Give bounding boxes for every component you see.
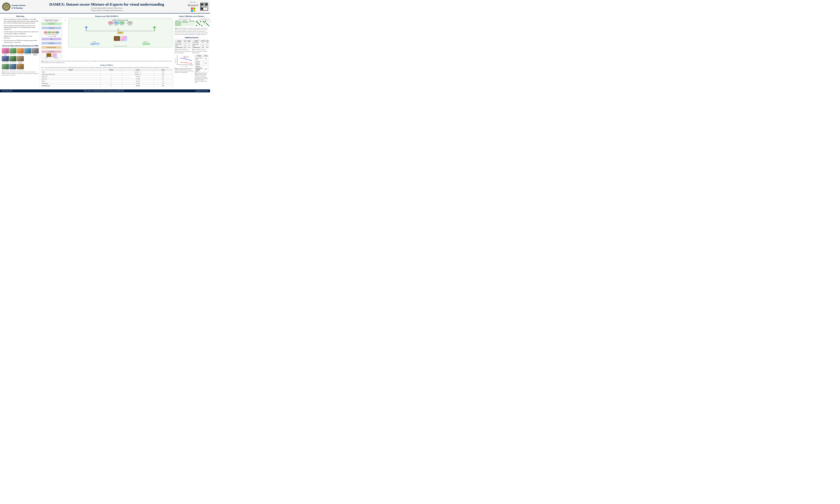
damex-hm-l3: MoE Layer 3 — [209, 20, 210, 26]
svg-rect-13 — [204, 3, 204, 4]
svg-text:full dataset: full dataset — [190, 65, 192, 66]
params-dino-moe: 46.74M — [122, 83, 154, 85]
svg-rect-36 — [201, 7, 202, 8]
damex-box: DAMEX: Dataset-aware MoE FFN₁ Expert-1 F… — [68, 19, 173, 48]
svg-rect-71 — [178, 24, 178, 25]
mean-wang: 34.1 — [154, 76, 173, 78]
svg-rect-73 — [179, 24, 180, 25]
svg-rect-88 — [186, 21, 187, 22]
uodb-label-deeplesion: Deeplesion (Medical) — [32, 54, 39, 56]
svg-text:GEORGIA: GEORGIA — [4, 5, 8, 6]
svg-rect-113 — [196, 22, 197, 23]
damex-hm1-svg — [196, 21, 202, 26]
svg-marker-41 — [55, 36, 56, 37]
damex-expert-2: FFN₂ Expert-2 — [114, 21, 119, 25]
svg-rect-61 — [175, 23, 176, 24]
svg-rect-72 — [179, 24, 179, 25]
uodb-img-kitti — [2, 56, 9, 61]
table-row: DAMEX: Human-prior mapping (ours) 44.3 — [195, 66, 208, 72]
svg-rect-107 — [197, 22, 198, 23]
right-column: Expert Utilization across Datasets Vanil… — [174, 15, 209, 88]
svg-rect-115 — [198, 22, 199, 23]
uodb-item-comic: Comic (Style) — [17, 48, 24, 56]
svg-rect-80 — [179, 25, 180, 26]
damex-expert-1: FFN₁ Expert-1 — [108, 21, 113, 25]
mean-single-moe: 40.5 — [154, 73, 173, 76]
t2-r2-wc: 16.8 — [183, 43, 186, 47]
main-content: Motivation Dataset-aware Mixture-of-Expe… — [0, 14, 210, 89]
side-tables: Method WC Comic Mixed DINO 15.3 10.7 — [175, 40, 208, 53]
svg-rect-51 — [179, 21, 179, 22]
svg-rect-99 — [190, 21, 190, 22]
uodb-img-clipart — [9, 48, 16, 53]
arrow-5: ↑ — [42, 49, 61, 50]
table3-table: Method KITTI LISA Mixed DINO 67.7 76.6 — [192, 40, 209, 48]
ffn-expert-1: FFN₁ — [44, 31, 48, 33]
uodb-grid: Watercolor (Style) Clipart (Style) Comic… — [2, 48, 39, 70]
t4-r2-method: DAMEX: Random mapping — [195, 60, 204, 66]
uodb-item-kitti: KITTI (Traffic) — [2, 56, 9, 64]
svg-rect-57 — [178, 22, 178, 23]
ms-sq-yellow — [193, 10, 195, 12]
damex-hm2-svg — [202, 21, 209, 26]
uodb-label-vdc: VDC (Natural) — [9, 69, 16, 70]
uodb-img-vdc — [9, 64, 16, 69]
ms-research-logo: Microsoft Research — [188, 1, 198, 12]
figure1-caption: Figure 1. Figure 1. Samples from Univers… — [2, 71, 39, 76]
svg-rect-9 — [205, 4, 207, 5]
output-tokens-block: Output Tokens — [42, 23, 61, 25]
svg-rect-126 — [204, 24, 205, 25]
ffn-expert-n: FFNₙ — [55, 31, 59, 33]
t2-r2-method: Mixed DINO-MoE — [175, 43, 184, 47]
params-dino2: 46.73M — [122, 80, 154, 83]
svg-rect-18 — [204, 5, 205, 5]
damex-hm-l1: MoE Layer 1 — [196, 20, 202, 26]
svg-rect-52 — [179, 21, 180, 22]
t3-r3-lisa: 78.5 — [205, 47, 209, 48]
motivation-title: Motivation — [2, 15, 39, 18]
svg-rect-91 — [183, 22, 183, 23]
svg-rect-19 — [203, 5, 204, 6]
svg-rect-64 — [178, 23, 178, 24]
svg-point-157 — [180, 58, 181, 58]
uodb-img-kitchen — [2, 64, 9, 69]
svg-rect-86 — [184, 21, 185, 22]
results-title: Results on UODB set — [41, 65, 173, 66]
arrow-4: ↑ — [42, 44, 61, 46]
damex-img-labels: COCO Watercolor — [69, 41, 172, 42]
svg-rect-47 — [175, 21, 176, 22]
svg-point-156 — [191, 63, 192, 64]
uodb-item-watercolor: Watercolor (Style) — [2, 48, 9, 56]
svg-rect-75 — [175, 25, 176, 26]
t2-col-method: Method — [175, 40, 184, 42]
diagram-arrow: → — [64, 19, 67, 22]
t3-r2-lisa: 77.9 — [205, 43, 209, 47]
params-wang: 44.75M — [122, 76, 154, 78]
header: GEORGIA TECH 1885 Georgia Instituteof Te… — [0, 0, 210, 14]
table-row: DAMEX(Ours) 69.4 78.5 — [192, 47, 209, 48]
table3: Method KITTI LISA Mixed DINO 67.7 76.6 — [192, 40, 209, 53]
coco-wc-images: 🐻 — [69, 36, 172, 41]
svg-rect-7 — [201, 4, 203, 5]
t2-r2-comic: 10.6 — [187, 43, 191, 47]
table-row: Wang et al. ✓ 44.75M 34.1 — [41, 76, 173, 78]
svg-rect-37 — [202, 7, 202, 7]
vanilla-hm3-svg — [188, 21, 195, 26]
uodb-img-watercolor — [2, 48, 9, 53]
table2-header: Method WC Comic — [175, 40, 191, 42]
ms-sq-green — [193, 7, 195, 10]
expert-1-label: Expert-1 — [109, 24, 112, 25]
col-method: Method — [41, 69, 101, 71]
line-chart-svg: 30 25 20 15 10 50 100 ful — [175, 55, 194, 67]
motivation-list: Dataset-aware Mixture-of-Experts (DAMEX)… — [2, 19, 39, 43]
method-dino-moe: DINO-MoE — [41, 83, 101, 85]
svg-rect-15 — [203, 4, 204, 4]
damex-heatmaps: DAMEX Expert Utilization MoE Layer 1 — [196, 19, 210, 26]
vanilla-hm1-svg — [175, 21, 181, 26]
svg-text:15: 15 — [176, 61, 177, 62]
mixing-damex: ✓ — [100, 85, 122, 87]
uodb-item-widerface: Widerface (Natural) — [17, 56, 24, 64]
mixing-dino-moe: ✓ — [100, 83, 122, 85]
col-mixing: Mixing — [100, 69, 122, 71]
svg-rect-25 — [204, 7, 204, 7]
